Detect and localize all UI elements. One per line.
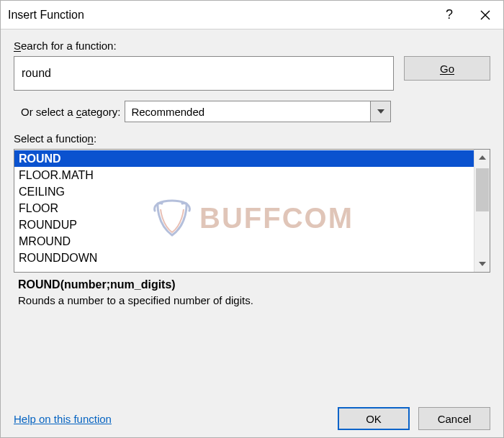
go-button-accel: G bbox=[440, 63, 449, 75]
list-item[interactable]: ROUND bbox=[14, 150, 474, 167]
cancel-button[interactable]: Cancel bbox=[418, 407, 490, 430]
function-list-label-accel: n bbox=[88, 132, 94, 145]
listbox-scrollbar[interactable] bbox=[474, 150, 490, 272]
search-label-text: earch for a function: bbox=[21, 40, 117, 52]
svg-marker-2 bbox=[377, 109, 384, 114]
category-dropdown-button[interactable] bbox=[370, 101, 390, 122]
list-item[interactable]: FLOOR bbox=[14, 200, 474, 216]
scroll-up-button[interactable] bbox=[474, 150, 490, 165]
titlebar: Insert Function ? bbox=[1, 1, 503, 29]
category-select[interactable]: Recommended bbox=[125, 101, 391, 122]
scroll-down-button[interactable] bbox=[474, 256, 490, 272]
chevron-down-icon bbox=[377, 109, 384, 114]
titlebar-help-button[interactable]: ? bbox=[431, 1, 467, 29]
search-label: Search for a function: bbox=[14, 40, 490, 52]
ok-button[interactable]: OK bbox=[338, 407, 410, 430]
function-listbox[interactable]: ROUND FLOOR.MATH CEILING FLOOR ROUNDUP M… bbox=[14, 149, 490, 273]
scroll-thumb[interactable] bbox=[476, 168, 489, 211]
dialog-footer: Help on this function OK Cancel bbox=[14, 400, 490, 430]
insert-function-dialog: Insert Function ? Search for a function:… bbox=[0, 0, 504, 438]
function-signature: ROUND(number;num_digits) bbox=[18, 278, 486, 291]
go-button[interactable]: Go bbox=[404, 56, 490, 81]
help-link[interactable]: Help on this function bbox=[14, 413, 112, 425]
function-description-block: ROUND(number;num_digits) Rounds a number… bbox=[14, 273, 490, 306]
dialog-body: Search for a function: Go Or select a ca… bbox=[1, 29, 503, 437]
function-list-label-pre: Select a functio bbox=[14, 132, 88, 145]
category-label: Or select a category: bbox=[21, 106, 120, 118]
titlebar-close-button[interactable] bbox=[467, 1, 503, 29]
function-list-label: Select a function: bbox=[14, 132, 490, 145]
search-input[interactable] bbox=[14, 56, 394, 91]
search-label-accel: S bbox=[14, 40, 21, 52]
search-row: Go bbox=[14, 56, 490, 91]
category-label-pre: Or select a bbox=[21, 106, 76, 118]
function-list-label-post: : bbox=[94, 132, 96, 145]
chevron-up-icon bbox=[479, 155, 486, 160]
go-button-text: o bbox=[449, 63, 454, 75]
list-item[interactable]: ROUNDUP bbox=[14, 216, 474, 233]
category-selected-value: Recommended bbox=[131, 106, 204, 118]
list-item[interactable]: MROUND bbox=[14, 233, 474, 250]
dialog-title: Insert Function bbox=[8, 9, 431, 22]
list-item[interactable]: ROUNDDOWN bbox=[14, 250, 474, 266]
footer-buttons: OK Cancel bbox=[338, 407, 490, 430]
svg-marker-3 bbox=[479, 155, 486, 160]
function-description: Rounds a number to a specified number of… bbox=[18, 294, 486, 306]
category-row: Or select a category: Recommended bbox=[14, 101, 490, 122]
list-item[interactable]: FLOOR.MATH bbox=[14, 167, 474, 183]
svg-marker-4 bbox=[479, 262, 486, 266]
chevron-down-icon bbox=[479, 262, 486, 266]
list-item[interactable]: CEILING bbox=[14, 183, 474, 200]
category-label-post: ategory: bbox=[81, 106, 120, 118]
close-icon bbox=[480, 10, 490, 20]
function-listbox-inner: ROUND FLOOR.MATH CEILING FLOOR ROUNDUP M… bbox=[14, 150, 474, 272]
